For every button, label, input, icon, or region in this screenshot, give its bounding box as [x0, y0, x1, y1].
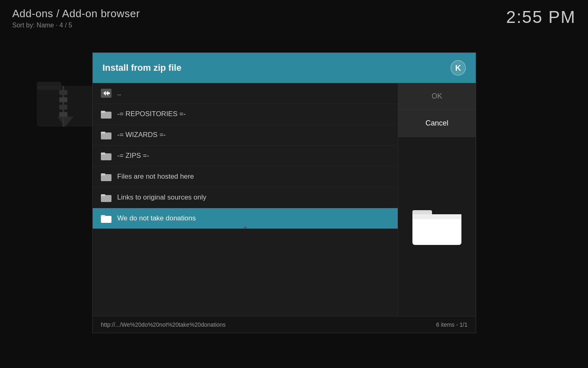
list-item-wizards[interactable]: -= WIZARDS =- — [93, 125, 398, 146]
folder-preview — [398, 137, 476, 316]
svg-rect-27 — [412, 214, 461, 219]
dialog-title: Install from zip file — [102, 63, 181, 73]
breadcrumb-title: Add-ons / Add-on browser — [12, 7, 140, 20]
svg-rect-16 — [101, 132, 105, 134]
breadcrumb-area: Add-ons / Add-on browser Sort by: Name ·… — [12, 7, 140, 29]
list-item-zips[interactable]: -= ZIPS =- — [93, 146, 398, 166]
svg-rect-3 — [59, 90, 67, 95]
svg-rect-1 — [37, 82, 61, 90]
svg-rect-14 — [101, 111, 105, 113]
cancel-button[interactable]: Cancel — [398, 110, 476, 137]
list-item-not-hosted-label: Files are not hosted here — [117, 173, 194, 181]
kodi-logo-icon: K — [450, 60, 466, 76]
svg-rect-5 — [59, 105, 67, 110]
top-bar: Add-ons / Add-on browser Sort by: Name ·… — [0, 0, 588, 36]
list-item-zips-label: -= ZIPS =- — [117, 152, 149, 160]
svg-rect-22 — [101, 194, 105, 196]
folder-icon — [101, 193, 111, 202]
footer-count: 6 items - 1/1 — [436, 321, 468, 328]
footer-url: http://.../We%20do%20not%20take%20donati… — [101, 321, 226, 328]
svg-rect-4 — [59, 97, 67, 102]
list-item-back[interactable]: .. — [93, 83, 398, 104]
svg-rect-18 — [101, 153, 105, 155]
dialog-body: .. -= REPOSITORIES =- -= WIZARDS =- — [93, 83, 476, 316]
sidebar: OK Cancel — [398, 83, 476, 316]
file-list[interactable]: .. -= REPOSITORIES =- -= WIZARDS =- — [93, 83, 398, 316]
svg-text:K: K — [455, 63, 461, 72]
breadcrumb-sub: Sort by: Name · 4 / 5 — [12, 22, 140, 29]
svg-rect-6 — [59, 112, 67, 117]
dialog-footer: http://.../We%20do%20not%20take%20donati… — [93, 316, 476, 333]
folder-icon — [101, 110, 111, 119]
folder-icon-selected — [101, 214, 111, 223]
list-item-original-sources[interactable]: Links to original sources only — [93, 187, 398, 208]
clock: 2:55 PM — [506, 7, 576, 27]
back-arrow-icon — [101, 89, 111, 98]
list-item-no-donations[interactable]: We do not take donations — [93, 208, 398, 229]
folder-preview-icon — [412, 206, 461, 247]
list-item-back-label: .. — [117, 89, 121, 97]
list-item-not-hosted[interactable]: Files are not hosted here — [93, 166, 398, 187]
scroll-indicator — [244, 227, 247, 229]
ok-button[interactable]: OK — [398, 83, 476, 110]
svg-rect-24 — [101, 215, 105, 217]
svg-rect-20 — [101, 173, 105, 175]
list-item-repositories-label: -= REPOSITORIES =- — [117, 110, 186, 118]
list-item-repositories[interactable]: -= REPOSITORIES =- — [93, 104, 398, 125]
install-zip-dialog: Install from zip file K .. — [92, 52, 476, 333]
list-item-no-donations-label: We do not take donations — [117, 214, 196, 222]
folder-icon — [101, 151, 111, 160]
dialog-header: Install from zip file K — [93, 53, 476, 83]
folder-icon — [101, 172, 111, 181]
list-item-original-sources-label: Links to original sources only — [117, 193, 206, 202]
list-item-wizards-label: -= WIZARDS =- — [117, 131, 166, 139]
folder-icon — [101, 130, 111, 139]
background-zip-icon — [33, 70, 98, 135]
